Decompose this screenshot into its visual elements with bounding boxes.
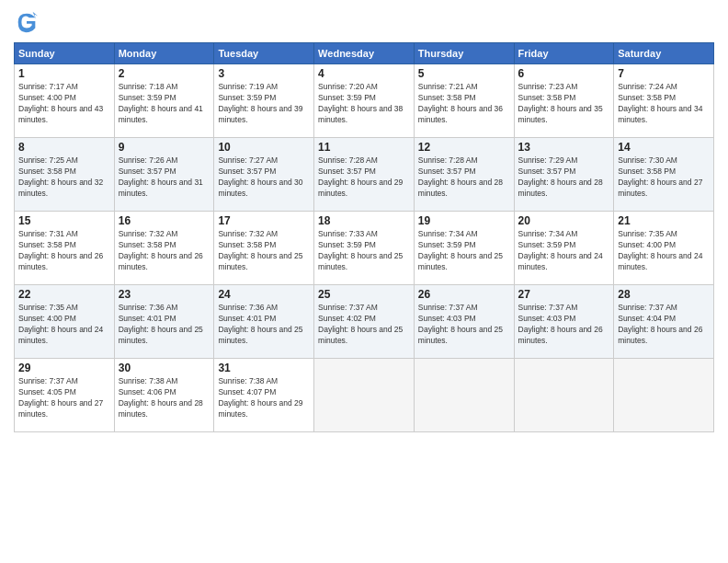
day-info: Sunrise: 7:37 AM Sunset: 4:04 PM Dayligh… — [618, 303, 710, 347]
sunset-label: Sunset: 3:57 PM — [318, 167, 376, 176]
sunrise-label: Sunrise: 7:28 AM — [418, 155, 478, 165]
weekday-header-sunday: Sunday — [15, 43, 115, 64]
calendar-cell: 27 Sunrise: 7:37 AM Sunset: 4:03 PM Dayl… — [514, 285, 614, 359]
daylight-label: Daylight: 8 hours and 25 minutes. — [119, 325, 203, 345]
daylight-label: Daylight: 8 hours and 28 minutes. — [119, 398, 203, 419]
sunset-label: Sunset: 3:59 PM — [119, 93, 176, 102]
day-number: 10 — [218, 141, 310, 154]
day-info: Sunrise: 7:34 AM Sunset: 3:59 PM Dayligh… — [418, 229, 510, 273]
daylight-label: Daylight: 8 hours and 27 minutes. — [618, 178, 702, 198]
sunset-label: Sunset: 3:58 PM — [218, 240, 276, 249]
day-info: Sunrise: 7:37 AM Sunset: 4:05 PM Dayligh… — [18, 376, 110, 420]
day-number: 5 — [418, 67, 510, 80]
sunrise-label: Sunrise: 7:20 AM — [318, 82, 378, 91]
calendar-cell: 16 Sunrise: 7:32 AM Sunset: 3:58 PM Dayl… — [114, 212, 214, 285]
sunrise-label: Sunrise: 7:36 AM — [218, 303, 278, 312]
daylight-label: Daylight: 8 hours and 29 minutes. — [318, 178, 403, 198]
sunrise-label: Sunrise: 7:32 AM — [119, 229, 178, 238]
daylight-label: Daylight: 8 hours and 41 minutes. — [119, 104, 203, 124]
day-number: 12 — [418, 141, 510, 154]
calendar-cell: 30 Sunrise: 7:38 AM Sunset: 4:06 PM Dayl… — [114, 359, 214, 432]
sunrise-label: Sunrise: 7:32 AM — [218, 229, 278, 238]
sunrise-label: Sunrise: 7:29 AM — [518, 155, 578, 165]
day-number: 19 — [418, 214, 510, 227]
calendar-cell: 29 Sunrise: 7:37 AM Sunset: 4:05 PM Dayl… — [15, 359, 115, 432]
calendar-cell — [414, 359, 514, 432]
day-number: 30 — [119, 362, 210, 374]
daylight-label: Daylight: 8 hours and 29 minutes. — [218, 398, 302, 419]
calendar-cell: 3 Sunrise: 7:19 AM Sunset: 3:59 PM Dayli… — [214, 64, 314, 138]
day-number: 27 — [518, 288, 610, 301]
sunset-label: Sunset: 3:58 PM — [518, 93, 576, 102]
calendar-cell — [314, 359, 415, 432]
sunrise-label: Sunrise: 7:37 AM — [618, 303, 677, 312]
daylight-label: Daylight: 8 hours and 24 minutes. — [18, 325, 103, 345]
day-info: Sunrise: 7:35 AM Sunset: 4:00 PM Dayligh… — [18, 303, 110, 347]
day-number: 17 — [218, 214, 310, 227]
sunset-label: Sunset: 4:03 PM — [418, 314, 476, 323]
weekday-header-friday: Friday — [514, 43, 614, 64]
daylight-label: Daylight: 8 hours and 28 minutes. — [518, 178, 603, 198]
sunrise-label: Sunrise: 7:33 AM — [318, 229, 378, 238]
calendar-table: SundayMondayTuesdayWednesdayThursdayFrid… — [14, 42, 714, 432]
daylight-label: Daylight: 8 hours and 26 minutes. — [518, 325, 603, 345]
daylight-label: Daylight: 8 hours and 27 minutes. — [18, 398, 103, 419]
day-info: Sunrise: 7:18 AM Sunset: 3:59 PM Dayligh… — [119, 82, 210, 126]
sunset-label: Sunset: 3:58 PM — [618, 93, 676, 102]
sunrise-label: Sunrise: 7:37 AM — [18, 376, 78, 385]
sunset-label: Sunset: 3:57 PM — [218, 167, 276, 176]
daylight-label: Daylight: 8 hours and 25 minutes. — [318, 325, 403, 345]
day-number: 18 — [318, 214, 410, 227]
daylight-label: Daylight: 8 hours and 26 minutes. — [119, 251, 203, 271]
day-number: 15 — [18, 214, 110, 227]
sunset-label: Sunset: 3:59 PM — [218, 93, 276, 102]
calendar-cell: 11 Sunrise: 7:28 AM Sunset: 3:57 PM Dayl… — [314, 138, 415, 212]
daylight-label: Daylight: 8 hours and 32 minutes. — [18, 178, 103, 198]
daylight-label: Daylight: 8 hours and 25 minutes. — [318, 251, 403, 271]
daylight-label: Daylight: 8 hours and 34 minutes. — [618, 104, 702, 124]
sunrise-label: Sunrise: 7:21 AM — [418, 82, 478, 91]
calendar-cell: 24 Sunrise: 7:36 AM Sunset: 4:01 PM Dayl… — [214, 285, 314, 359]
sunrise-label: Sunrise: 7:25 AM — [18, 155, 78, 165]
daylight-label: Daylight: 8 hours and 28 minutes. — [418, 178, 503, 198]
daylight-label: Daylight: 8 hours and 25 minutes. — [418, 251, 503, 271]
calendar-cell: 2 Sunrise: 7:18 AM Sunset: 3:59 PM Dayli… — [114, 64, 214, 138]
calendar-cell: 10 Sunrise: 7:27 AM Sunset: 3:57 PM Dayl… — [214, 138, 314, 212]
header — [14, 9, 714, 35]
sunset-label: Sunset: 4:01 PM — [119, 314, 176, 323]
calendar-cell: 9 Sunrise: 7:26 AM Sunset: 3:57 PM Dayli… — [114, 138, 214, 212]
sunset-label: Sunset: 3:58 PM — [418, 93, 476, 102]
day-number: 2 — [119, 67, 210, 80]
day-info: Sunrise: 7:28 AM Sunset: 3:57 PM Dayligh… — [318, 155, 410, 200]
day-info: Sunrise: 7:38 AM Sunset: 4:06 PM Dayligh… — [119, 376, 210, 420]
day-number: 26 — [418, 288, 510, 301]
day-info: Sunrise: 7:24 AM Sunset: 3:58 PM Dayligh… — [618, 82, 710, 126]
day-info: Sunrise: 7:36 AM Sunset: 4:01 PM Dayligh… — [119, 303, 210, 347]
day-info: Sunrise: 7:32 AM Sunset: 3:58 PM Dayligh… — [218, 229, 310, 273]
daylight-label: Daylight: 8 hours and 24 minutes. — [618, 251, 702, 271]
calendar-cell: 31 Sunrise: 7:38 AM Sunset: 4:07 PM Dayl… — [214, 359, 314, 432]
daylight-label: Daylight: 8 hours and 25 minutes. — [418, 325, 503, 345]
day-number: 14 — [618, 141, 710, 154]
sunrise-label: Sunrise: 7:37 AM — [518, 303, 578, 312]
sunset-label: Sunset: 4:00 PM — [618, 240, 676, 249]
calendar-week-row-2: 8 Sunrise: 7:25 AM Sunset: 3:58 PM Dayli… — [15, 138, 714, 212]
sunset-label: Sunset: 3:58 PM — [618, 167, 676, 176]
sunset-label: Sunset: 4:00 PM — [18, 93, 76, 102]
daylight-label: Daylight: 8 hours and 43 minutes. — [18, 104, 103, 124]
page: SundayMondayTuesdayWednesdayThursdayFrid… — [0, 0, 728, 563]
calendar-week-row-5: 29 Sunrise: 7:37 AM Sunset: 4:05 PM Dayl… — [15, 359, 714, 432]
calendar-cell: 17 Sunrise: 7:32 AM Sunset: 3:58 PM Dayl… — [214, 212, 314, 285]
logo — [14, 9, 43, 35]
sunset-label: Sunset: 3:59 PM — [418, 240, 476, 249]
sunrise-label: Sunrise: 7:23 AM — [518, 82, 578, 91]
day-info: Sunrise: 7:21 AM Sunset: 3:58 PM Dayligh… — [418, 82, 510, 126]
sunset-label: Sunset: 4:00 PM — [18, 314, 76, 323]
sunrise-label: Sunrise: 7:26 AM — [119, 155, 178, 165]
day-info: Sunrise: 7:19 AM Sunset: 3:59 PM Dayligh… — [218, 82, 310, 126]
day-info: Sunrise: 7:20 AM Sunset: 3:59 PM Dayligh… — [318, 82, 410, 126]
calendar-cell — [614, 359, 714, 432]
day-number: 1 — [18, 67, 110, 80]
day-info: Sunrise: 7:38 AM Sunset: 4:07 PM Dayligh… — [218, 376, 310, 420]
day-info: Sunrise: 7:32 AM Sunset: 3:58 PM Dayligh… — [119, 229, 210, 273]
